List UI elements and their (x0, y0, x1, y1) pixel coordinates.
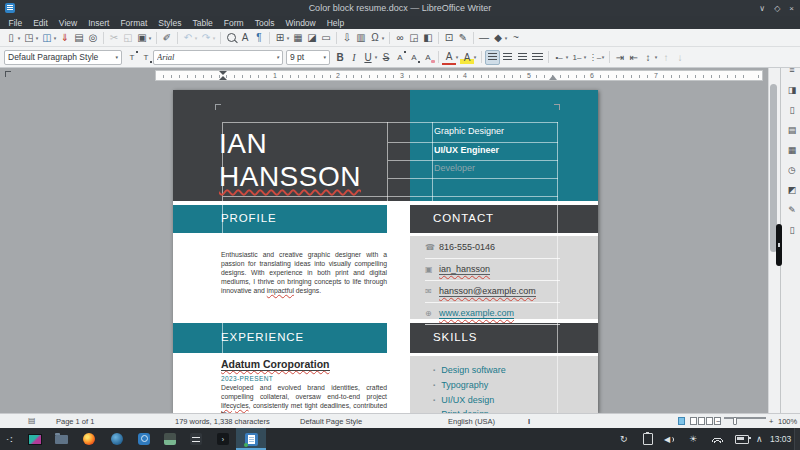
insert-field-icon[interactable]: ▥ (354, 31, 368, 45)
font-size-combo[interactable]: 9 pt ▾ (286, 50, 330, 65)
para-space-decrease-icon[interactable]: ↓ (673, 50, 687, 64)
minimize-button[interactable]: ∨ (759, 4, 765, 13)
terminal-icon[interactable]: › (216, 432, 230, 446)
skill-item[interactable]: ▪ UI/UX design (433, 393, 494, 408)
formatting-marks-icon[interactable]: ¶ (252, 31, 266, 45)
sidebar-page-icon[interactable]: ▯ (786, 104, 798, 116)
contact-row-phone[interactable]: ☎ 816-555-0146 (425, 236, 560, 259)
italic-icon[interactable]: I (347, 50, 361, 64)
left-indent-marker[interactable] (219, 76, 227, 80)
display-monitor-icon[interactable] (28, 432, 42, 446)
maximize-button[interactable]: ◇ (774, 4, 780, 13)
contact-row-social[interactable]: ▣ ian_hansson (425, 258, 560, 281)
clock[interactable]: 13:03 (770, 428, 791, 450)
menu-insert[interactable]: Insert (83, 18, 115, 28)
align-center-button[interactable] (500, 50, 515, 65)
system-settings-icon[interactable] (189, 432, 203, 446)
insert-chart-icon[interactable]: ◪ (305, 31, 319, 45)
photos-app-icon[interactable] (163, 432, 177, 446)
freeform-line-icon[interactable]: ~ (509, 31, 523, 45)
font-combo-arrow-icon[interactable]: ▾ (276, 54, 279, 60)
align-left-button[interactable] (485, 50, 500, 65)
menu-form[interactable]: Form (218, 18, 249, 28)
single-page-view-button[interactable] (678, 417, 685, 425)
sidebar-accessibility-icon[interactable]: ▯ (786, 224, 798, 236)
align-right-button[interactable] (515, 50, 530, 65)
zoom-level[interactable]: 100% (778, 417, 797, 426)
company-name[interactable]: Adatum Coroporation (221, 358, 330, 371)
brightness-tray-icon[interactable]: ☀ (689, 428, 697, 450)
skill-item[interactable]: ▪ Design software (433, 363, 506, 378)
tab-stop-type-icon[interactable] (5, 71, 11, 77)
insert-textbox-icon[interactable]: ▭ (319, 31, 333, 45)
page-count[interactable]: Page 1 of 1 (56, 417, 94, 426)
paste-dropdown-icon[interactable]: ▾ (147, 35, 153, 41)
app-launcher-icon[interactable]: ∴ (2, 432, 16, 446)
sidebar-gallery-icon[interactable]: ▦ (786, 144, 798, 156)
discover-store-icon[interactable] (137, 432, 151, 446)
style-combo-arrow-icon[interactable]: ▾ (115, 54, 118, 60)
menu-file[interactable]: File (3, 18, 28, 28)
page-style[interactable]: Default Page Style (300, 417, 362, 426)
font-name-combo[interactable]: Arial ▾ (153, 50, 283, 65)
menu-table[interactable]: Table (187, 18, 218, 28)
increase-indent-icon[interactable]: ⇥ (613, 50, 627, 64)
profile-paragraph[interactable]: Enthusiastic and creative graphic design… (221, 250, 387, 295)
menu-format[interactable]: Format (115, 18, 153, 28)
redo-dropdown-icon[interactable]: ▾ (211, 35, 217, 41)
horizontal-ruler[interactable]: 1 2 3 4 5 6 7 (155, 70, 763, 81)
para-space-increase-icon[interactable]: ↑ (659, 50, 673, 64)
file-manager-icon[interactable] (54, 432, 68, 446)
zoom-slider-handle[interactable] (733, 417, 737, 425)
update-tray-icon[interactable]: ↻ (620, 428, 628, 450)
size-combo-arrow-icon[interactable]: ▾ (323, 54, 326, 60)
zoom-slider-track[interactable] (724, 417, 766, 419)
contact-social[interactable]: ian_hansson (439, 264, 490, 275)
selection-mode-icon[interactable]: I (528, 417, 530, 426)
menu-edit[interactable]: Edit (28, 18, 54, 28)
experience-paragraph[interactable]: Developed and evolved brand identities, … (221, 384, 387, 413)
sidebar-navigator-icon[interactable]: ◷ (786, 164, 798, 176)
firefox-icon[interactable] (82, 432, 96, 446)
text-language[interactable]: English (USA) (448, 417, 495, 426)
close-button[interactable]: × (789, 4, 794, 13)
insert-footnote-icon[interactable]: ◲ (407, 31, 421, 45)
insert-bookmark-icon[interactable]: ◧ (421, 31, 435, 45)
book-view-button[interactable] (706, 417, 713, 425)
sidebar-manage-changes-icon[interactable]: ✎ (786, 204, 798, 216)
show-desktop-button[interactable] (794, 428, 800, 450)
battery-tray-icon[interactable] (735, 428, 749, 450)
sidebar-styles-icon[interactable]: ▤ (786, 124, 798, 136)
menu-tools[interactable]: Tools (249, 18, 280, 28)
first-line-indent-marker[interactable] (219, 71, 227, 75)
decrease-indent-icon[interactable]: ⇤ (627, 50, 641, 64)
menu-view[interactable]: View (53, 18, 82, 28)
symbol-dropdown-icon[interactable]: ▾ (380, 35, 386, 41)
page-break-icon[interactable]: ⇩ (340, 31, 354, 45)
insert-hyperlink-icon[interactable]: ∞ (393, 31, 407, 45)
cut-icon[interactable]: ✂ (107, 31, 121, 45)
globe-app-icon[interactable] (110, 432, 124, 446)
zoom-in-icon[interactable]: + (769, 417, 773, 426)
multi-page-view-button[interactable] (690, 417, 697, 425)
contact-website[interactable]: www.example.com (439, 308, 514, 319)
resume-name[interactable]: IAN HANSSON (219, 127, 361, 193)
clipboard-tray-icon[interactable] (643, 428, 653, 450)
role-uiux-engineer[interactable]: UI/UX Engineer (434, 145, 499, 155)
contact-email[interactable]: hansson@example.com (439, 286, 536, 297)
export-pdf-icon[interactable]: ⇓ (58, 31, 72, 45)
sidebar-style-inspector-icon[interactable]: ◩ (786, 184, 798, 196)
sidebar-properties-icon[interactable]: ◨ (786, 84, 798, 96)
outline-dropdown-icon[interactable]: ▾ (600, 54, 606, 60)
clone-formatting-icon[interactable]: ✐ (160, 31, 174, 45)
role-developer[interactable]: Developer (434, 163, 475, 173)
print-preview-icon[interactable]: ◎ (86, 31, 100, 45)
track-changes-icon[interactable]: ✎ (456, 31, 470, 45)
print-icon[interactable]: ▤ (72, 31, 86, 45)
justify-button[interactable] (530, 50, 545, 65)
titlebar[interactable]: Color block resume.docx — LibreOffice Wr… (0, 0, 800, 16)
menu-styles[interactable]: Styles (153, 18, 187, 28)
word-count[interactable]: 179 words, 1,338 characters (175, 417, 270, 426)
role-graphic-designer[interactable]: Graphic Designer (434, 126, 504, 136)
tray-expand-chevron-icon[interactable]: ∧ (756, 428, 763, 450)
